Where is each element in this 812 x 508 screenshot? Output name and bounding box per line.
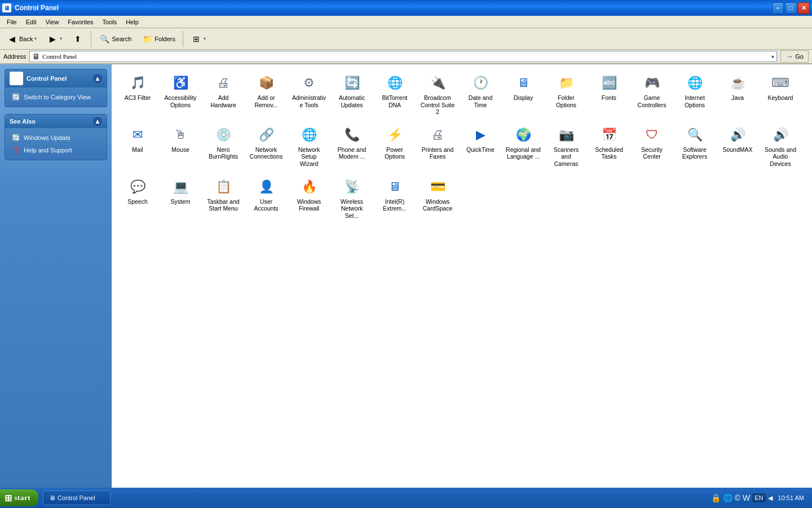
cp-item-internet-options[interactable]: 🌐Internet Options [674, 70, 715, 120]
views-arrow: ▾ [204, 36, 206, 41]
cp-item-printers-and-faxes[interactable]: 🖨Printers and Faxes [417, 122, 458, 172]
folders-button[interactable]: 📁 Folders [138, 31, 179, 47]
address-folder-icon: 🖥 [32, 52, 40, 61]
cp-item-icon: 🖥 [386, 178, 404, 196]
cp-item-user-accounts[interactable]: 👤User Accounts [246, 174, 286, 224]
cp-item-label: Folder Options [549, 94, 584, 108]
taskbar-control-panel[interactable]: 🖥 Control Panel [43, 491, 111, 505]
menu-edit[interactable]: Edit [21, 17, 41, 27]
cp-item-folder-options[interactable]: 📁Folder Options [546, 70, 586, 120]
menu-file[interactable]: File [2, 17, 21, 27]
cp-item-phone-and-modem----[interactable]: 📞Phone and Modem ... [332, 122, 372, 172]
content-area: 🎵AC3 Filter♿Accessibility Options🖨Add Ha… [112, 64, 812, 488]
menu-tools[interactable]: Tools [98, 17, 122, 27]
cp-item-wireless-network-set---[interactable]: 📡Wireless Network Set... [332, 174, 372, 224]
sidebar-collapse-icon[interactable]: ▲ [93, 74, 102, 83]
cp-item-java[interactable]: ☕Java [717, 70, 758, 120]
tray-icon-2[interactable]: 🌐 [723, 493, 732, 502]
cp-item-mouse[interactable]: 🖱Mouse [160, 122, 201, 172]
search-icon: 🔍 [99, 33, 110, 45]
cp-item-taskbar-and-start-menu[interactable]: 📋Taskbar and Start Menu [203, 174, 244, 224]
taskbar-tray: 🔒 🌐 © W EN ◀ 10:51 AM [707, 493, 812, 502]
cp-item-date-and-time[interactable]: 🕐Date and Time [460, 70, 501, 120]
cp-item-accessibility-options[interactable]: ♿Accessibility Options [160, 70, 201, 120]
cp-item-intel-r--extrem---[interactable]: 🖥Intel(R) Extrem... [374, 174, 415, 224]
cp-item-label: System [170, 198, 190, 205]
cp-item-keyboard[interactable]: ⌨Keyboard [760, 70, 801, 120]
cp-item-scheduled-tasks[interactable]: 📅Scheduled Tasks [589, 122, 629, 172]
cp-item-label: Mail [132, 146, 143, 154]
cp-item-label: Windows Firewall [292, 198, 326, 212]
cp-item-nero-burnrights[interactable]: 💿Nero BurnRights [203, 122, 244, 172]
windows-update-label: Windows Update [24, 134, 70, 141]
windows-update-link[interactable]: 🔄 Windows Update [5, 132, 107, 144]
clock-separator: ◀ [768, 494, 773, 502]
cp-item-label: Mouse [171, 146, 189, 154]
cp-item-add-hardware[interactable]: 🖨Add Hardware [203, 70, 244, 120]
tray-icon-1[interactable]: 🔒 [711, 493, 721, 502]
cp-item-administrative-tools[interactable]: ⚙Administrative Tools [289, 70, 329, 120]
cp-item-add-or-remov---[interactable]: 📦Add or Remov... [246, 70, 286, 120]
cp-item-quicktime[interactable]: ▶QuickTime [460, 122, 501, 172]
sidebar-seealso-header[interactable]: See Also ▲ [5, 115, 107, 128]
switch-category-link[interactable]: 🔄 Switch to Category View [5, 91, 107, 103]
taskbar: ⊞ start 🖥 Control Panel 🔒 🌐 © W EN ◀ 10:… [0, 488, 812, 508]
search-button[interactable]: 🔍 Search [95, 31, 135, 47]
menu-favorites[interactable]: Favorites [63, 17, 98, 27]
cp-item-scanners-and-cameras[interactable]: 📷Scanners and Cameras [546, 122, 586, 172]
cp-item-label: Broadcom Control Suite 2 [420, 94, 455, 116]
toolbar-separator-2 [183, 31, 183, 47]
sidebar-panel-content: 🔄 Switch to Category View [5, 87, 107, 107]
cp-item-speech[interactable]: 💬Speech [117, 174, 158, 224]
cp-item-icon: 💿 [214, 126, 232, 144]
language-indicator: EN [752, 493, 765, 502]
cp-item-game-controllers[interactable]: 🎮Game Controllers [632, 70, 672, 120]
cp-item-windows-cardspace[interactable]: 💳Windows CardSpace [417, 174, 458, 224]
minimize-button[interactable]: − [772, 2, 784, 14]
start-button[interactable]: ⊞ start [0, 489, 38, 506]
cp-item-network-setup-wizard[interactable]: 🌐Network Setup Wizard [289, 122, 329, 172]
menu-help[interactable]: Help [121, 17, 143, 27]
tray-icon-3[interactable]: © [735, 493, 740, 502]
cp-item-automatic-updates[interactable]: 🔄Automatic Updates [332, 70, 372, 120]
cp-item-network-connections[interactable]: 🔗Network Connections [246, 122, 286, 172]
cp-item-fonts[interactable]: 🔤Fonts [589, 70, 629, 120]
address-input[interactable] [42, 53, 769, 60]
address-dropdown-icon[interactable]: ▾ [771, 54, 774, 60]
forward-button[interactable]: ▶ ▾ [43, 31, 66, 47]
cp-item-display[interactable]: 🖥Display [503, 70, 544, 120]
up-button[interactable]: ⬆ [68, 31, 87, 47]
help-support-link[interactable]: ❓ Help and Support [5, 144, 107, 156]
cp-item-sounds-and-audio-devices[interactable]: 🔊Sounds and Audio Devices [760, 122, 801, 172]
forward-arrow: ▾ [60, 36, 62, 41]
taskbar-cp-label: Control Panel [58, 494, 95, 501]
sidebar-panel-section: 🖥 Control Panel ▲ 🔄 Switch to Category V… [5, 69, 107, 107]
cp-item-label: User Accounts [249, 198, 284, 212]
cp-item-software-explorers[interactable]: 🔍Software Explorers [674, 122, 715, 172]
window-icon: 🖥 [2, 3, 11, 12]
cp-item-system[interactable]: 💻System [160, 174, 201, 224]
back-button[interactable]: ◀ Back ▾ [2, 31, 41, 47]
cp-item-regional-and-language----[interactable]: 🌍Regional and Language ... [503, 122, 544, 172]
menu-view[interactable]: View [41, 17, 64, 27]
cp-item-windows-firewall[interactable]: 🔥Windows Firewall [289, 174, 329, 224]
cp-item-broadcom-control-suite-2[interactable]: 🔌Broadcom Control Suite 2 [417, 70, 458, 120]
cp-item-icon: ♿ [171, 74, 189, 92]
go-button[interactable]: → Go [780, 50, 809, 63]
sidebar-panel-title: Control Panel [27, 75, 93, 82]
go-arrow-icon: → [785, 52, 793, 61]
cp-item-bittorrent-dna[interactable]: 🌐BitTorrent DNA [374, 70, 415, 120]
cp-item-security-center[interactable]: 🛡Security Center [632, 122, 672, 172]
close-button[interactable]: ✕ [798, 2, 810, 14]
cp-item-power-options[interactable]: ⚡Power Options [374, 122, 415, 172]
sidebar-panel-header[interactable]: 🖥 Control Panel ▲ [5, 69, 107, 87]
maximize-button[interactable]: □ [785, 2, 797, 14]
views-button[interactable]: ⊞ ▾ [187, 31, 210, 47]
cp-item-label: Add Hardware [206, 94, 241, 108]
sidebar-seealso-collapse-icon[interactable]: ▲ [93, 117, 102, 126]
tray-icon-4[interactable]: W [743, 493, 750, 502]
cp-item-ac3-filter[interactable]: 🎵AC3 Filter [117, 70, 158, 120]
cp-item-mail[interactable]: ✉Mail [117, 122, 158, 172]
cp-item-soundmax[interactable]: 🔊SoundMAX [717, 122, 758, 172]
sidebar-seealso-section: See Also ▲ 🔄 Windows Update ❓ Help and S… [5, 114, 107, 160]
